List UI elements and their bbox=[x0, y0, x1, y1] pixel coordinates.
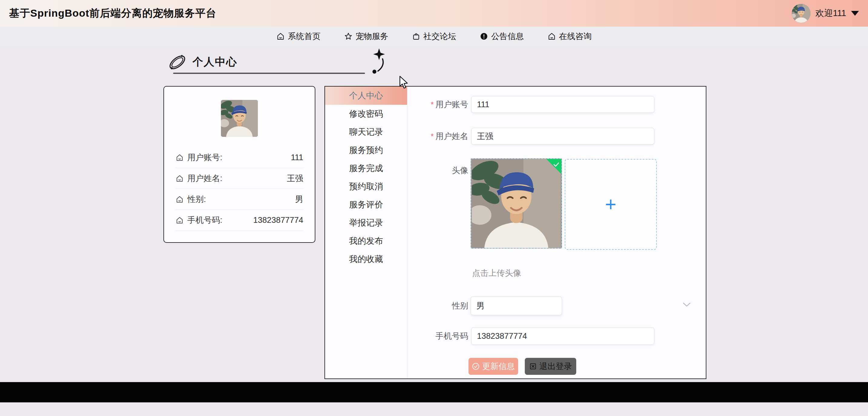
user-menu[interactable]: 欢迎111 bbox=[792, 4, 859, 23]
home-icon bbox=[176, 216, 184, 224]
menu-item-service-review[interactable]: 服务评价 bbox=[325, 196, 407, 214]
phone-input[interactable] bbox=[471, 327, 654, 345]
update-info-label: 更新信息 bbox=[482, 361, 515, 372]
nav-item-label: 宠物服务 bbox=[355, 31, 388, 42]
bag-icon bbox=[412, 32, 421, 40]
check-circle-icon bbox=[472, 362, 480, 370]
row-label: 用户账号: bbox=[187, 152, 222, 163]
nav-item-label: 社交论坛 bbox=[424, 31, 456, 42]
menu-item-service-booking[interactable]: 服务预约 bbox=[325, 141, 407, 159]
profile-card: 用户账号: 111 用户姓名: 王强 性别: 男 手机号码: 138238777… bbox=[163, 86, 315, 243]
logout-button[interactable]: 退出登录 bbox=[525, 358, 576, 375]
row-label: 用户姓名: bbox=[187, 173, 222, 184]
row-value: 111 bbox=[291, 153, 303, 162]
nav-item-label: 在线咨询 bbox=[559, 31, 592, 42]
row-value: 男 bbox=[295, 194, 303, 205]
star-icon bbox=[344, 32, 352, 40]
close-square-icon bbox=[529, 362, 537, 370]
required-mark: * bbox=[431, 132, 434, 141]
gender-select[interactable]: 男 bbox=[471, 296, 562, 315]
check-icon bbox=[552, 160, 560, 168]
app-title: 基于SpringBoot前后端分离的宠物服务平台 bbox=[9, 6, 216, 20]
app-footer bbox=[0, 382, 868, 403]
chevron-down-icon[interactable] bbox=[682, 302, 691, 307]
home-icon bbox=[176, 195, 184, 204]
profile-row-gender: 性别: 男 bbox=[176, 189, 303, 210]
gender-label: 性别 bbox=[416, 296, 468, 315]
name-input[interactable] bbox=[471, 128, 654, 145]
account-input[interactable] bbox=[471, 96, 654, 113]
personal-center-panel: 个人中心 修改密码 聊天记录 服务预约 服务完成 预约取消 服务评价 举报记录 … bbox=[324, 86, 706, 379]
profile-avatar bbox=[221, 100, 258, 137]
title-underline bbox=[173, 73, 365, 74]
nav-item-label: 系统首页 bbox=[288, 31, 320, 42]
home-icon bbox=[276, 32, 285, 40]
row-label: 手机号码: bbox=[187, 215, 222, 226]
update-info-button[interactable]: 更新信息 bbox=[468, 358, 518, 375]
app-root: 基于SpringBoot前后端分离的宠物服务平台 欢迎111 系统首页 宠物服务 bbox=[0, 0, 868, 416]
profile-row-name: 用户姓名: 王强 bbox=[176, 168, 303, 189]
page-title: 个人中心 bbox=[192, 55, 237, 69]
menu-item-personal-center[interactable]: 个人中心 bbox=[325, 87, 407, 105]
profile-row-account: 用户账号: 111 bbox=[176, 147, 303, 168]
avatar-upload-button[interactable]: + bbox=[565, 159, 657, 250]
welcome-text: 欢迎111 bbox=[815, 7, 846, 19]
home-icon bbox=[548, 32, 556, 40]
row-value: 13823877774 bbox=[253, 215, 303, 225]
home-icon bbox=[176, 153, 184, 162]
menu-item-change-password[interactable]: 修改密码 bbox=[325, 105, 407, 123]
side-menu: 个人中心 修改密码 聊天记录 服务预约 服务完成 预约取消 服务评价 举报记录 … bbox=[325, 87, 407, 379]
menu-item-my-favorites[interactable]: 我的收藏 bbox=[325, 250, 407, 268]
name-label: *用户姓名 bbox=[416, 128, 468, 145]
plus-icon: + bbox=[605, 195, 616, 214]
nav-item-online-consult[interactable]: 在线咨询 bbox=[548, 31, 592, 42]
sparkle-decoration-icon bbox=[365, 47, 386, 76]
menu-item-my-posts[interactable]: 我的发布 bbox=[325, 232, 407, 250]
row-value: 王强 bbox=[287, 173, 303, 184]
nav-item-forum[interactable]: 社交论坛 bbox=[412, 31, 456, 42]
logout-label: 退出登录 bbox=[539, 361, 572, 372]
nav-item-announcements[interactable]: 公告信息 bbox=[480, 31, 524, 42]
avatar-label: 头像 bbox=[416, 166, 468, 175]
account-label: *用户账号 bbox=[416, 96, 468, 113]
required-mark: * bbox=[431, 100, 434, 109]
menu-item-booking-cancel[interactable]: 预约取消 bbox=[325, 177, 407, 196]
phone-label: 手机号码 bbox=[416, 327, 468, 345]
nav-bar: 系统首页 宠物服务 社交论坛 公告信息 在线咨询 bbox=[0, 27, 868, 46]
menu-item-report-record[interactable]: 举报记录 bbox=[325, 214, 407, 232]
profile-row-phone: 手机号码: 13823877774 bbox=[176, 210, 303, 231]
home-icon bbox=[176, 174, 184, 183]
nav-item-home[interactable]: 系统首页 bbox=[276, 31, 320, 42]
row-label: 性别: bbox=[187, 194, 206, 205]
menu-item-chat-history[interactable]: 聊天记录 bbox=[325, 123, 407, 141]
app-header: 基于SpringBoot前后端分离的宠物服务平台 欢迎111 bbox=[0, 0, 868, 27]
paperclip-icon bbox=[166, 51, 189, 74]
user-avatar bbox=[792, 4, 810, 23]
nav-item-label: 公告信息 bbox=[491, 31, 524, 42]
profile-rows: 用户账号: 111 用户姓名: 王强 性别: 男 手机号码: 138238777… bbox=[176, 147, 303, 231]
nav-item-pet-service[interactable]: 宠物服务 bbox=[344, 31, 388, 42]
menu-item-service-complete[interactable]: 服务完成 bbox=[325, 159, 407, 177]
upload-hint: 点击上传头像 bbox=[472, 268, 521, 278]
notice-icon bbox=[480, 32, 488, 40]
avatar-uploaded-photo[interactable] bbox=[471, 158, 562, 248]
caret-down-icon bbox=[851, 11, 859, 16]
